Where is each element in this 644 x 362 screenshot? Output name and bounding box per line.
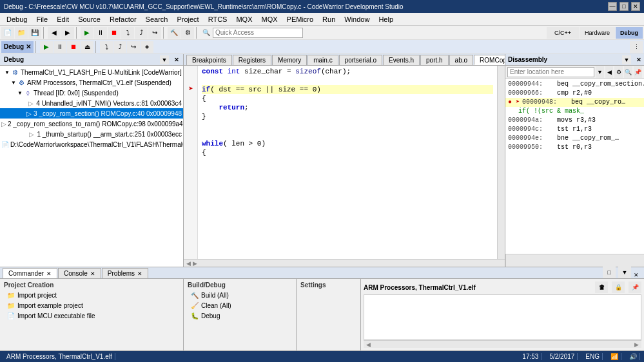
tb-back-button[interactable]: ◀ bbox=[48, 27, 61, 39]
tb-settings-button[interactable]: ⚙ bbox=[181, 27, 194, 39]
disassembly-tb-btn-1[interactable]: ◀ bbox=[605, 66, 614, 78]
debug-stepinto-button[interactable]: ⤴ bbox=[113, 41, 126, 53]
tab-memory[interactable]: Memory bbox=[272, 55, 307, 65]
tb-save-button[interactable]: 💾 bbox=[28, 27, 41, 39]
console-scroll-lock-button[interactable]: 🔒 bbox=[612, 281, 625, 293]
maximize-button[interactable]: □ bbox=[620, 2, 629, 11]
menu-rtcs[interactable]: RTCS bbox=[204, 15, 231, 24]
debug-panel-close-button[interactable]: ✕ bbox=[174, 57, 179, 63]
commander-tab-close[interactable]: ✕ bbox=[46, 271, 52, 277]
disassembly-dropdown-button[interactable]: ▼ bbox=[596, 66, 604, 78]
import-example-item[interactable]: 📁 Import example project bbox=[4, 300, 179, 310]
tb-open-button[interactable]: 📁 bbox=[15, 27, 28, 39]
menu-debug[interactable]: Debug bbox=[3, 15, 31, 24]
import-mcu-item[interactable]: 📄 Import MCU executable file bbox=[4, 310, 179, 321]
disassembly-close-button[interactable]: ✕ bbox=[636, 57, 641, 63]
menu-run[interactable]: Run bbox=[318, 15, 339, 24]
perspective-cc-btn[interactable]: C/C++ bbox=[547, 27, 579, 39]
menu-project[interactable]: Project bbox=[173, 15, 202, 24]
bottom-tab-problems[interactable]: Problems ✕ bbox=[102, 268, 148, 278]
clean-all-item[interactable]: 🧹 Clean (All) bbox=[188, 300, 292, 310]
disassembly-tb-btn-2[interactable]: ⚙ bbox=[614, 66, 623, 78]
tb-new-button[interactable]: 📄 bbox=[1, 27, 14, 39]
tb-pause-button[interactable]: ⏸ bbox=[94, 27, 107, 39]
console-tab-close[interactable]: ✕ bbox=[90, 271, 95, 277]
tab-portserial[interactable]: portserial.o bbox=[339, 55, 382, 65]
debug-stepover-button[interactable]: ⤵ bbox=[100, 41, 113, 53]
tree-frame-2[interactable]: ▷ 2 _copy_rom_sections_to_ram() ROMCopy.… bbox=[0, 119, 183, 129]
code-content[interactable]: const int size_char = sizeof(char); if( … bbox=[198, 66, 497, 259]
debug-item[interactable]: 🐛 Debug bbox=[188, 310, 292, 321]
problems-tab-close[interactable]: ✕ bbox=[137, 271, 142, 277]
menu-mqx[interactable]: MQX bbox=[232, 15, 256, 24]
debug-view-menu-button[interactable]: ⋮ bbox=[630, 41, 643, 53]
debug-suspend-button[interactable]: ⏸ bbox=[54, 41, 66, 53]
import-project-item[interactable]: 📁 Import project bbox=[4, 290, 179, 300]
debug-instruction-step-button[interactable]: ◈ bbox=[141, 41, 153, 53]
status-wifi-icon: 📶 bbox=[608, 353, 621, 360]
session-icon: ⚙ bbox=[10, 68, 19, 77]
code-vertical-scrollbar[interactable] bbox=[497, 66, 505, 259]
quick-access-input[interactable] bbox=[213, 28, 303, 38]
close-button[interactable]: ✕ bbox=[631, 2, 640, 11]
debug-terminate-button[interactable]: ⏹ bbox=[67, 41, 80, 53]
tree-arrow-3: ▼ bbox=[17, 90, 23, 96]
minimize-button[interactable]: — bbox=[608, 2, 617, 11]
menu-help[interactable]: Help bbox=[375, 15, 397, 24]
tree-processor-item[interactable]: ▼ ⚙ ARM Processors, ThermalCtrl_V1.elf (… bbox=[0, 77, 183, 88]
perspective-debug-btn[interactable]: Debug bbox=[616, 27, 643, 39]
tree-session-item[interactable]: ▼ ⚙ ThermalCtrl_V1_FLASH_PnE U-MultiLink… bbox=[0, 67, 183, 77]
perspective-hw-btn[interactable]: Hardware bbox=[580, 27, 615, 39]
build-all-item[interactable]: 🔨 Build (All) bbox=[188, 290, 292, 300]
console-scrollbar[interactable]: ◀ ▶ bbox=[364, 340, 641, 348]
menu-edit[interactable]: Edit bbox=[53, 15, 73, 24]
debug-stepreturn-button[interactable]: ↪ bbox=[127, 41, 140, 53]
tb-build-button[interactable]: 🔨 bbox=[168, 27, 181, 39]
tb-forward-button[interactable]: ▶ bbox=[61, 27, 74, 39]
console-clear-button[interactable]: 🗑 bbox=[595, 281, 608, 293]
frame-2-icon: ▷ bbox=[1, 119, 6, 128]
tree-frame-3[interactable]: ▷ 3 _copy_rom_section() ROMCopy.c:40 0x0… bbox=[0, 108, 183, 119]
tab-main-c[interactable]: main.c bbox=[307, 55, 338, 65]
menu-search[interactable]: Search bbox=[142, 15, 172, 24]
disassembly-scrollbar[interactable] bbox=[505, 254, 644, 267]
code-horizontal-scrollbar[interactable]: ◀ ▶ bbox=[184, 259, 505, 267]
tab-registers[interactable]: Registers bbox=[233, 55, 271, 65]
tb-step-over-button[interactable]: ⤵ bbox=[121, 27, 134, 39]
disassembly-tb-btn-4[interactable]: 📌 bbox=[634, 66, 642, 78]
bottom-tab-console[interactable]: Console ✕ bbox=[58, 268, 101, 278]
debug-disconnect-button[interactable]: ⏏ bbox=[81, 41, 93, 53]
tree-thread-item[interactable]: ▼ ⧲ Thread [ID: 0x0] (Suspended) bbox=[0, 88, 183, 98]
debug-resume-button[interactable]: ▶ bbox=[40, 41, 53, 53]
tab-port-h[interactable]: port.h bbox=[420, 55, 449, 65]
tab-romcopy-c[interactable]: ROMCopy.c ✕ bbox=[474, 55, 505, 65]
bottom-tab-commander[interactable]: Commander ✕ bbox=[3, 268, 57, 278]
disasm-addr-1: 00009944: bbox=[508, 80, 554, 89]
console-pin-button[interactable]: 📌 bbox=[629, 281, 641, 293]
tab-ab-o[interactable]: ab.o bbox=[449, 55, 473, 65]
menu-refactor[interactable]: Refactor bbox=[106, 15, 141, 24]
disassembly-title: Disassembly bbox=[508, 56, 547, 63]
tb-stop-button[interactable]: ⏹ bbox=[108, 27, 121, 39]
menu-source[interactable]: Source bbox=[74, 15, 104, 24]
debug-panel-menu-button[interactable]: ▼ bbox=[160, 55, 169, 64]
disassembly-tb-btn-3[interactable]: 🔍 bbox=[624, 66, 632, 78]
disassembly-menu-button[interactable]: ▼ bbox=[622, 55, 631, 64]
quick-access-label: 🔍 bbox=[200, 29, 212, 36]
tb-step-return-button[interactable]: ↪ bbox=[148, 27, 161, 39]
bottom-panel-menu-button[interactable]: ▼ bbox=[618, 267, 631, 278]
tree-frame-4[interactable]: ▷ 4 Unhandled_ivINT_NMI() Vectors.c:81 0… bbox=[0, 98, 183, 108]
tb-run-button[interactable]: ▶ bbox=[81, 27, 93, 39]
menu-mqx2[interactable]: MQX bbox=[257, 15, 281, 24]
menu-window[interactable]: Window bbox=[340, 15, 373, 24]
bottom-panel-maximize-button[interactable]: □ bbox=[603, 267, 616, 278]
bottom-panel-close-button[interactable]: ✕ bbox=[634, 272, 639, 278]
menu-file[interactable]: File bbox=[32, 15, 52, 24]
tb-step-into-button[interactable]: ⤴ bbox=[135, 27, 148, 39]
menu-pemicro[interactable]: PEMicro bbox=[283, 15, 318, 24]
tab-breakpoints[interactable]: Breakpoints bbox=[186, 55, 232, 65]
tree-file-item[interactable]: 📄 D:\CodeWarrior\workspace\ThermalCtrl_V… bbox=[0, 139, 183, 149]
disassembly-location-input[interactable] bbox=[507, 67, 594, 77]
tab-events-h[interactable]: Events.h bbox=[383, 55, 420, 65]
tree-frame-1[interactable]: ▷ 1 _thumb_startup() __arm_start.c:251 0… bbox=[0, 129, 183, 139]
